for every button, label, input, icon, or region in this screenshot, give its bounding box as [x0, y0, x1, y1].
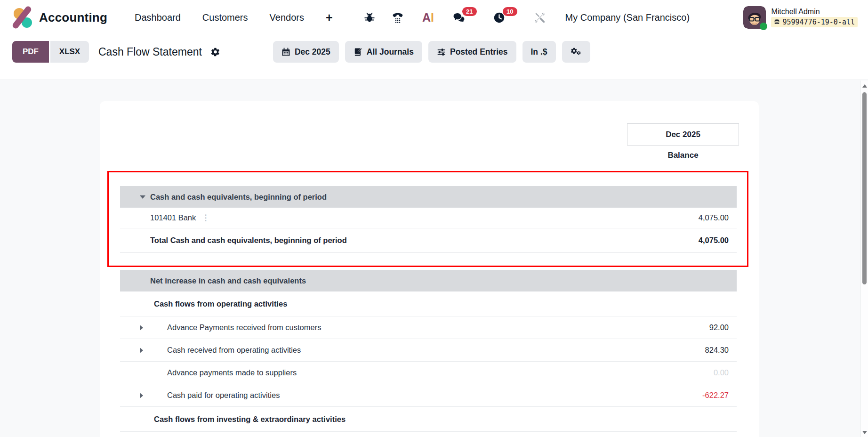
user-name: Mitchell Admin	[771, 8, 858, 16]
report-row: Advance payments made to suppliers0.00	[120, 362, 737, 384]
row-label: Cash and cash equivalents, beginning of …	[150, 193, 737, 202]
row-value: -622.27	[628, 391, 737, 400]
report-row: Cash flows from operating activities	[120, 291, 737, 316]
main-menu: Dashboard Customers Vendors	[135, 12, 304, 23]
row-label: Advance Payments received from customers	[167, 323, 628, 332]
sliders-icon	[437, 48, 446, 57]
menu-vendors[interactable]: Vendors	[270, 12, 304, 23]
report-row[interactable]: 101401 Bank⋮4,075.00	[120, 208, 737, 228]
journal-book-icon	[354, 48, 362, 57]
row-value: 824.30	[628, 346, 737, 355]
report-row[interactable]: Cash paid for operating activities-622.2…	[120, 384, 737, 407]
report-toolbar: PDF XLSX Cash Flow Statement	[0, 35, 868, 69]
row-label: Cash flows from investing & extraordinar…	[154, 415, 737, 424]
activities-count-badge: 10	[503, 7, 517, 16]
database-badge: 95994776-19-0-all	[771, 17, 858, 27]
avatar[interactable]	[743, 6, 766, 29]
scrollbar-thumb[interactable]	[862, 92, 867, 284]
filter-buttons: Dec 2025 All Journals	[273, 41, 590, 63]
report-row	[120, 253, 737, 270]
export-xlsx-button[interactable]: XLSX	[50, 41, 89, 63]
voip-phone-icon[interactable]	[391, 11, 404, 24]
app-window: Accounting Dashboard Customers Vendors +	[0, 0, 868, 437]
gears-icon	[571, 47, 582, 57]
row-value: 4,075.00	[628, 213, 737, 222]
scroll-up-arrow-icon[interactable]	[862, 84, 867, 88]
report-row[interactable]: Advance Payments received from customers…	[120, 316, 737, 339]
online-status-dot	[760, 23, 767, 30]
caret-right-icon[interactable]	[140, 393, 143, 398]
journals-filter-button[interactable]: All Journals	[345, 41, 422, 63]
scroll-down-arrow-icon[interactable]	[862, 431, 867, 434]
systray-icons: AI 21 10	[363, 11, 547, 24]
tools-icon[interactable]	[533, 11, 547, 24]
header: Accounting Dashboard Customers Vendors +	[0, 0, 868, 80]
period-column-header[interactable]: Dec 2025	[627, 123, 739, 146]
messages-count-badge: 21	[462, 7, 476, 16]
report-table: Cash and cash equivalents, beginning of …	[120, 186, 737, 432]
date-filter-button[interactable]: Dec 2025	[273, 41, 339, 63]
top-navbar: Accounting Dashboard Customers Vendors +	[0, 0, 868, 35]
kebab-menu-icon[interactable]: ⋮	[201, 213, 209, 222]
vertical-scrollbar[interactable]	[860, 81, 868, 437]
plus-menu-icon[interactable]: +	[326, 11, 333, 24]
balance-column-header: Balance	[627, 151, 739, 160]
report-row: Cash flows from investing & extraordinar…	[120, 407, 737, 432]
report-options-gears-button[interactable]	[562, 41, 590, 63]
activities-clock-icon[interactable]: 10	[493, 11, 506, 24]
row-label: Cash paid for operating activities	[167, 391, 628, 400]
row-label: Advance payments made to suppliers	[167, 368, 628, 377]
row-value: 4,075.00	[628, 236, 737, 245]
row-label: Net increase in cash and cash equivalent…	[150, 276, 737, 285]
ai-assistant-icon[interactable]: AI	[419, 11, 437, 24]
company-switcher[interactable]: My Company (San Francisco)	[565, 12, 690, 23]
menu-customers[interactable]: Customers	[202, 12, 248, 23]
row-value: 92.00	[628, 323, 737, 332]
row-value: 0.00	[628, 368, 737, 377]
database-icon	[774, 19, 780, 25]
row-label: 101401 Bank⋮	[150, 213, 628, 222]
odoo-accounting-logo-icon[interactable]	[11, 6, 33, 29]
user-menu[interactable]: Mitchell Admin 95994776-19-0-all	[743, 6, 858, 29]
debug-bug-icon[interactable]	[363, 11, 376, 24]
row-label: Cash received from operating activities	[167, 346, 628, 355]
row-label: Cash flows from operating activities	[154, 299, 737, 308]
report-title: Cash Flow Statement	[98, 46, 202, 58]
caret-right-icon[interactable]	[140, 325, 143, 331]
messages-chat-icon[interactable]: 21	[452, 11, 466, 24]
calendar-icon	[281, 48, 290, 57]
posted-entries-filter-button[interactable]: Posted Entries	[428, 41, 516, 63]
report-settings-gear-icon[interactable]	[210, 47, 220, 57]
report-row[interactable]: Cash and cash equivalents, beginning of …	[120, 186, 737, 208]
report-row: Total Cash and cash equivalents, beginni…	[120, 228, 737, 253]
report-card: Dec 2025 Balance Cash and cash equivalen…	[100, 101, 759, 437]
caret-down-icon[interactable]	[140, 195, 145, 199]
currency-filter-button[interactable]: In .$	[522, 41, 556, 63]
row-label: Total Cash and cash equivalents, beginni…	[150, 236, 628, 245]
menu-dashboard[interactable]: Dashboard	[135, 12, 181, 23]
app-name[interactable]: Accounting	[39, 10, 107, 25]
export-pdf-button[interactable]: PDF	[12, 41, 49, 63]
caret-right-icon[interactable]	[140, 348, 143, 353]
report-row[interactable]: Cash received from operating activities8…	[120, 339, 737, 362]
report-row: Net increase in cash and cash equivalent…	[120, 270, 737, 291]
